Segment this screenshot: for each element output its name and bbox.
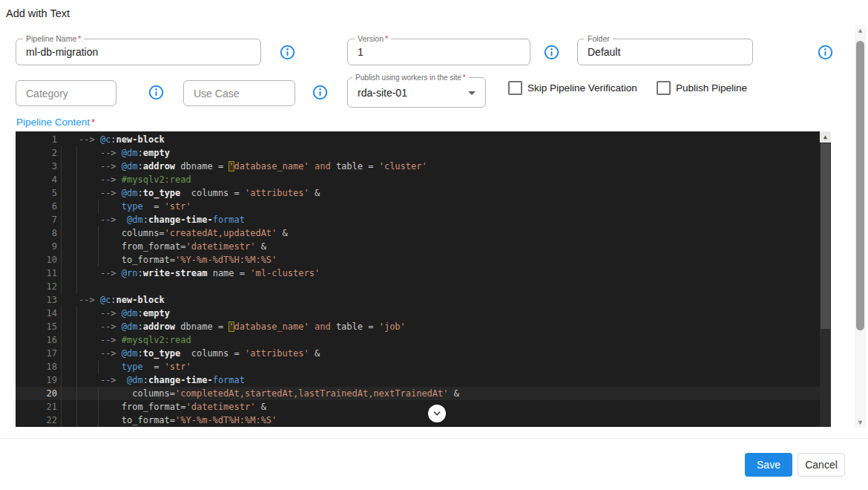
pipeline-name-value[interactable]: ml-db-migration	[26, 46, 98, 58]
line-number: 6	[16, 200, 57, 213]
publish-pipeline-label: Publish Pipeline	[676, 82, 747, 94]
use-case-field[interactable]: Use Case	[183, 80, 295, 106]
code-line[interactable]: 1--> @c:new-block	[16, 133, 820, 146]
code-text: --> @dm:to_type columns = 'attributes' &	[57, 186, 320, 200]
code-text: from_format='datetimestr' &	[57, 240, 266, 253]
indent-guide	[61, 173, 62, 186]
version-label: Version*	[355, 34, 391, 44]
code-line[interactable]: 17 --> @dm:to_type columns = 'attributes…	[16, 347, 820, 360]
code-line[interactable]: 2 --> @dm:empty	[16, 146, 820, 160]
folder-value[interactable]: Default	[588, 46, 620, 58]
scroll-up-arrow-icon[interactable]: ▲	[855, 25, 866, 36]
code-line[interactable]: 19 --> @dm:change-time-format	[16, 373, 820, 387]
required-asterisk: *	[385, 34, 388, 43]
indent-guide	[76, 240, 77, 253]
category-info-icon[interactable]	[148, 85, 164, 100]
indent-guide	[61, 373, 62, 387]
required-asterisk: *	[78, 34, 81, 43]
code-line[interactable]: 5 --> @dm:to_type columns = 'attributes'…	[16, 186, 820, 200]
code-line[interactable]: 6 type = 'str'	[16, 200, 820, 213]
indent-guide	[76, 373, 77, 387]
line-number: 16	[16, 333, 57, 347]
indent-guide	[76, 160, 77, 173]
site-label: Publish using workers in the site*	[352, 73, 469, 82]
line-number: 15	[16, 320, 57, 333]
code-line[interactable]: 20 columns='completedAt,startedAt,lastTr…	[16, 387, 820, 400]
scroll-down-button[interactable]	[428, 405, 446, 422]
code-line[interactable]: 12	[16, 280, 820, 293]
use-case-info-icon[interactable]	[312, 85, 328, 100]
code-line[interactable]: 22 to_format='%Y-%m-%dT%H:%M:%S'	[16, 414, 820, 427]
code-line[interactable]: 4 --> #mysqlv2:read	[16, 173, 820, 186]
page-scrollbar-thumb[interactable]	[856, 41, 864, 330]
cancel-button[interactable]: Cancel	[798, 453, 845, 477]
code-line[interactable]: 16 --> #mysqlv2:read	[16, 333, 820, 347]
code-line[interactable]: 11 --> @rn:write-stream name = 'ml-clust…	[16, 267, 820, 280]
indent-guide	[61, 146, 62, 160]
indent-guide	[76, 400, 77, 414]
indent-guide	[76, 173, 77, 186]
code-text: --> @dm:change-time-format	[57, 373, 245, 387]
indent-guide	[61, 333, 62, 347]
editor-scrollbar-thumb[interactable]	[821, 143, 830, 329]
indent-guide	[98, 400, 99, 414]
line-number: 7	[16, 213, 57, 226]
code-line[interactable]: 21 from_format='datetimestr' &	[16, 400, 820, 414]
publish-pipeline-checkbox-group[interactable]: Publish Pipeline	[657, 81, 747, 95]
line-number: 10	[16, 253, 57, 267]
code-line[interactable]: 3 --> @dm:addrow dbname = 'database_name…	[16, 160, 820, 173]
indent-guide	[61, 240, 62, 253]
code-line[interactable]: 9 from_format='datetimestr' &	[16, 240, 820, 253]
line-number: 9	[16, 240, 57, 253]
site-value[interactable]: rda-site-01	[358, 87, 407, 99]
line-number: 2	[16, 146, 57, 160]
folder-info-icon[interactable]	[818, 45, 833, 60]
pipeline-name-field[interactable]: Pipeline Name* ml-db-migration	[16, 39, 261, 65]
version-value[interactable]: 1	[358, 46, 364, 58]
line-number: 20	[16, 387, 57, 400]
category-placeholder[interactable]: Category	[26, 88, 68, 99]
skip-verification-checkbox[interactable]	[508, 81, 522, 95]
code-line[interactable]: 8 columns='createdAt,updatedAt' &	[16, 226, 820, 240]
version-field[interactable]: Version* 1	[347, 39, 530, 65]
code-line[interactable]: 13--> @c:new-block	[16, 293, 820, 307]
publish-pipeline-checkbox[interactable]	[657, 81, 671, 95]
site-select[interactable]: Publish using workers in the site* rda-s…	[347, 77, 486, 108]
pipeline-name-label: Pipeline Name*	[23, 34, 84, 44]
code-line[interactable]: 14 --> @dm:empty	[16, 307, 820, 320]
folder-field[interactable]: Folder Default	[577, 39, 753, 65]
code-text: to_format='%Y-%m-%dT%H:%M:%S'	[57, 414, 277, 427]
code-text: --> @dm:empty	[57, 146, 170, 160]
code-line[interactable]: 7 --> @dm:change-time-format	[16, 213, 820, 226]
add-pipeline-dialog: Add with Text Pipeline Name* ml-db-migra…	[0, 0, 868, 490]
pipeline-content-editor[interactable]: 1--> @c:new-block2 --> @dm:empty3 --> @d…	[16, 131, 831, 427]
indent-guide	[61, 226, 62, 240]
chevron-down-icon[interactable]	[468, 91, 476, 95]
indent-guide	[61, 253, 62, 267]
version-info-icon[interactable]	[544, 45, 559, 60]
indent-guide	[76, 253, 77, 267]
code-text: --> @dm:empty	[57, 307, 170, 320]
category-field[interactable]: Category	[16, 80, 116, 106]
line-number: 13	[16, 293, 57, 307]
code-line[interactable]: 18 type = 'str'	[16, 360, 820, 373]
skip-verification-label: Skip Pipeline Verification	[527, 82, 637, 94]
code-text: columns='createdAt,updatedAt' &	[57, 226, 288, 240]
pipeline-name-info-icon[interactable]	[280, 45, 295, 60]
line-number: 8	[16, 226, 57, 240]
use-case-placeholder[interactable]: Use Case	[194, 88, 239, 99]
editor-scroll-up-icon[interactable]: ▲	[820, 131, 831, 143]
save-button[interactable]: Save	[745, 453, 792, 477]
page-scrollbar[interactable]: ▲ ▼	[855, 25, 866, 428]
code-text: --> @c:new-block	[57, 133, 165, 146]
code-line[interactable]: 10 to_format='%Y-%m-%dT%H:%M:%S'	[16, 253, 820, 267]
indent-guide	[76, 146, 77, 160]
skip-verification-checkbox-group[interactable]: Skip Pipeline Verification	[508, 81, 637, 95]
required-asterisk: *	[463, 74, 466, 82]
editor-scrollbar[interactable]: ▲	[820, 131, 831, 427]
scroll-down-arrow-icon[interactable]: ▼	[855, 417, 866, 428]
code-line[interactable]: 15 --> @dm:addrow dbname = 'database_nam…	[16, 320, 820, 333]
line-number: 22	[16, 414, 57, 427]
line-number: 21	[16, 400, 57, 414]
indent-guide	[61, 307, 62, 320]
